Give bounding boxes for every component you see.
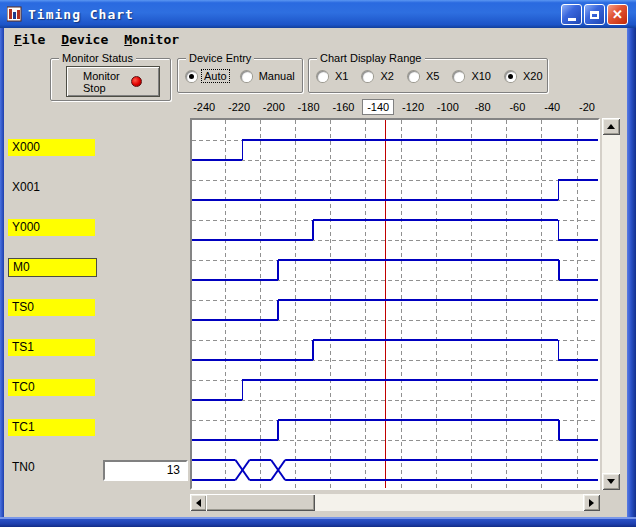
tn0-value-field[interactable]: 13 — [103, 460, 188, 481]
up-arrow-icon — [607, 124, 615, 129]
axis-tick--160: -160 — [332, 101, 354, 113]
close-button[interactable]: ✕ — [607, 4, 628, 25]
radio-icon — [317, 71, 328, 82]
radio-icon — [241, 71, 252, 82]
down-arrow-icon — [607, 479, 615, 484]
menu-monitor[interactable]: Monitor — [120, 31, 183, 48]
axis-tick--200: -200 — [263, 101, 285, 113]
device-label-ts0[interactable]: TS0 — [8, 299, 95, 316]
device-label-x001[interactable]: X001 — [8, 179, 95, 196]
radio-label: X2 — [378, 70, 395, 82]
menu-bar: FileDeviceMonitor — [4, 28, 627, 50]
menu-file[interactable]: File — [10, 31, 49, 48]
scroll-down-button[interactable] — [602, 473, 620, 490]
monitor-status-group: Monitor Status MonitorStop — [50, 58, 171, 101]
device-entry-group: Device Entry AutoManual — [177, 58, 303, 93]
axis-tick--180: -180 — [298, 101, 320, 113]
axis-tick--40: -40 — [544, 101, 560, 113]
device-label-tc1[interactable]: TC1 — [8, 419, 95, 436]
monitor-led-icon — [131, 76, 142, 87]
device-label-m0[interactable]: M0 — [8, 258, 97, 277]
device-entry-radio-manual[interactable]: Manual — [241, 70, 297, 82]
monitor-stop-button-label: MonitorStop — [67, 70, 120, 94]
radio-icon — [453, 71, 464, 82]
app-window: Timing Chart ✕ FileDeviceMonitor Monitor… — [0, 0, 636, 527]
device-entry-radio-auto[interactable]: Auto — [186, 70, 229, 82]
device-label-y000[interactable]: Y000 — [8, 219, 95, 236]
axis-tick--120: -120 — [402, 101, 424, 113]
chart-display-range-label: Chart Display Range — [317, 52, 425, 64]
window-border-bottom — [0, 517, 636, 527]
display-range-radio-x2[interactable]: X2 — [362, 70, 395, 82]
radio-label: X10 — [469, 70, 493, 82]
radio-label: X1 — [333, 70, 350, 82]
radio-icon — [505, 71, 516, 82]
radio-label: Manual — [257, 70, 297, 82]
radio-label: X5 — [424, 70, 441, 82]
axis-tick--220: -220 — [228, 101, 250, 113]
vertical-scrollbar[interactable] — [602, 118, 620, 490]
title-bar[interactable]: Timing Chart ✕ — [0, 0, 636, 28]
scroll-left-button[interactable] — [190, 494, 207, 511]
axis-tick--60: -60 — [509, 101, 525, 113]
maximize-button[interactable] — [584, 4, 605, 25]
window-border-left — [0, 28, 4, 527]
radio-label: Auto — [202, 70, 229, 82]
horizontal-scroll-thumb[interactable] — [206, 494, 315, 511]
radio-label: X20 — [521, 70, 545, 82]
window-title: Timing Chart — [28, 7, 134, 22]
chart-display-range-group: Chart Display Range X1X2X5X10X20 — [308, 58, 548, 93]
device-label-tn0[interactable]: TN0 — [8, 459, 95, 476]
radio-icon — [362, 71, 373, 82]
device-label-tc0[interactable]: TC0 — [8, 379, 95, 396]
app-icon — [7, 6, 23, 22]
radio-icon — [186, 71, 197, 82]
display-range-radio-x5[interactable]: X5 — [408, 70, 441, 82]
right-arrow-icon — [589, 499, 594, 507]
chart-plot[interactable] — [190, 118, 600, 490]
device-entry-label: Device Entry — [186, 52, 254, 64]
minimize-button[interactable] — [561, 4, 582, 25]
minimize-icon — [568, 18, 576, 21]
horizontal-scrollbar[interactable] — [190, 494, 600, 511]
display-range-radio-x10[interactable]: X10 — [453, 70, 493, 82]
axis-tick--100: -100 — [437, 101, 459, 113]
display-range-radio-x20[interactable]: X20 — [505, 70, 545, 82]
maximize-icon — [590, 11, 599, 19]
menu-device[interactable]: Device — [57, 31, 112, 48]
window-border-right — [627, 28, 636, 527]
device-label-ts1[interactable]: TS1 — [8, 339, 95, 356]
monitor-stop-button[interactable]: MonitorStop — [66, 66, 160, 97]
monitor-status-label: Monitor Status — [59, 52, 136, 64]
display-range-radio-x1[interactable]: X1 — [317, 70, 350, 82]
left-arrow-icon — [196, 499, 201, 507]
radio-icon — [408, 71, 419, 82]
axis-tick--140: -140 — [362, 99, 394, 115]
axis-tick--80: -80 — [475, 101, 491, 113]
scroll-right-button[interactable] — [583, 494, 600, 511]
scroll-up-button[interactable] — [602, 118, 620, 135]
device-label-x000[interactable]: X000 — [8, 139, 95, 156]
axis-tick--240: -240 — [193, 101, 215, 113]
axis-tick--20: -20 — [579, 101, 595, 113]
